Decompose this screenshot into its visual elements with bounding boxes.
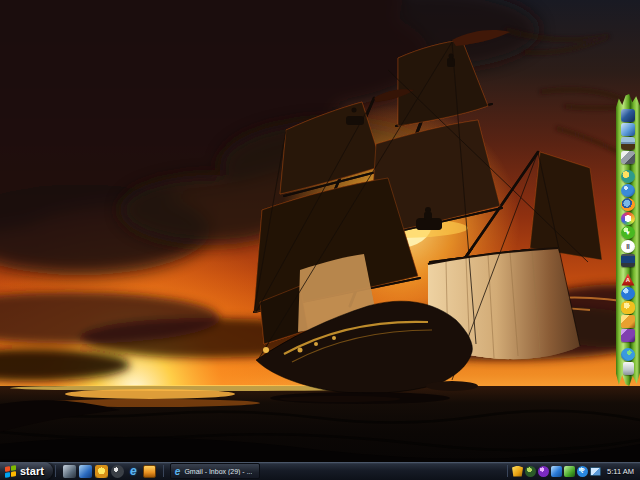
tools-icon[interactable] xyxy=(621,151,635,164)
dock-separator xyxy=(621,165,635,169)
system-tray: ? 5:11 AM xyxy=(502,462,640,480)
pause-player-icon[interactable]: ‖ xyxy=(621,240,635,253)
tray-globe-icon[interactable] xyxy=(525,466,536,477)
messenger-icon[interactable] xyxy=(551,466,562,477)
clock[interactable]: 5:11 AM xyxy=(603,467,637,476)
taskbar-separator xyxy=(507,465,508,477)
purple-bag-icon[interactable] xyxy=(621,329,635,342)
tv-monitor-icon[interactable] xyxy=(621,254,635,267)
start-label: start xyxy=(20,465,44,477)
quick-launch-winamp-icon[interactable] xyxy=(95,465,108,478)
quick-launch-disc-icon[interactable] xyxy=(111,465,124,478)
start-button[interactable]: start xyxy=(0,462,53,480)
earth-globe-icon[interactable] xyxy=(621,348,635,361)
desktop: ▼‖A start e e Gmail - Inbox (29) - ... ?… xyxy=(0,0,640,480)
gold-book-icon[interactable] xyxy=(621,315,635,328)
download-manager-icon[interactable]: ▼ xyxy=(621,226,635,239)
network-icon[interactable] xyxy=(590,467,601,476)
my-pictures-icon[interactable] xyxy=(621,137,635,150)
yellow-pet-icon[interactable] xyxy=(621,301,635,314)
firefox-icon[interactable] xyxy=(621,198,635,211)
tray-green-icon[interactable] xyxy=(564,466,575,477)
quick-launch-bar: e xyxy=(58,465,161,478)
aimp-icon[interactable]: A xyxy=(621,273,635,286)
taskbar-separator xyxy=(55,465,56,477)
quick-launch-desktop-icon[interactable] xyxy=(63,465,76,478)
web-globe-icon[interactable] xyxy=(621,184,635,197)
my-computer-icon[interactable] xyxy=(621,109,635,122)
dock: ▼‖A xyxy=(616,94,640,386)
taskbar-separator xyxy=(163,465,164,477)
recycle-bin-icon[interactable] xyxy=(623,362,634,375)
wallpaper-ship-sunset xyxy=(0,0,640,480)
dock-separator xyxy=(621,343,635,347)
blue-sphere-icon[interactable] xyxy=(621,287,635,300)
tray-blue-icon[interactable]: ? xyxy=(577,466,588,477)
task-button-gmail[interactable]: e Gmail - Inbox (29) - ... xyxy=(170,463,260,479)
internet-explorer-icon: e xyxy=(175,466,181,477)
media-player-icon[interactable] xyxy=(621,212,635,225)
tray-icons: ? xyxy=(512,466,601,477)
task-button-label: Gmail - Inbox (29) - ... xyxy=(184,468,252,475)
quick-launch-media-icon[interactable] xyxy=(79,465,92,478)
tray-purple-icon[interactable] xyxy=(538,466,549,477)
quick-launch-mail-icon[interactable] xyxy=(143,465,156,478)
taskbar: start e e Gmail - Inbox (29) - ... ? 5:1… xyxy=(0,462,640,480)
windows-logo-icon xyxy=(5,465,16,478)
emule-icon[interactable] xyxy=(621,170,635,183)
dock-separator xyxy=(621,268,635,272)
security-alert-icon[interactable] xyxy=(512,466,523,477)
internet-explorer-icon[interactable]: e xyxy=(127,465,140,478)
my-documents-icon[interactable] xyxy=(621,123,635,136)
